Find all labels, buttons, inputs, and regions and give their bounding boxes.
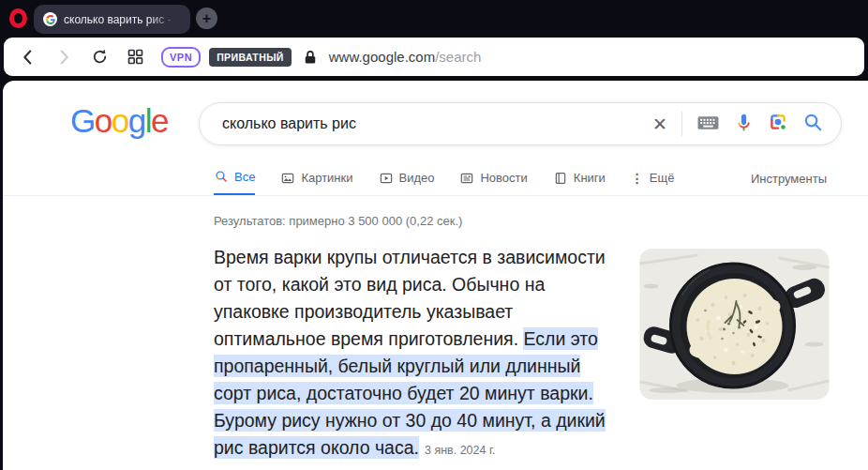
result-stats: Результатов: примерно 3 500 000 (0,22 се…: [214, 214, 462, 228]
search-box-icons: ✕: [652, 111, 841, 138]
clear-icon[interactable]: ✕: [652, 115, 667, 133]
tab-label: Все: [234, 170, 255, 184]
books-tab-icon: [553, 171, 568, 186]
keyboard-icon[interactable]: [696, 111, 720, 138]
tabs-divider: [3, 195, 868, 196]
tab-title: сколько варить рис - Пои: [64, 13, 178, 26]
tab-news[interactable]: Новости: [459, 169, 527, 196]
video-tab-icon: [379, 171, 394, 186]
tab-video[interactable]: Видео: [379, 169, 435, 196]
tab-label: Ещё: [650, 171, 675, 185]
google-logo[interactable]: Google: [70, 103, 168, 139]
tab-all[interactable]: Все: [214, 169, 255, 196]
rice-pot-image: [639, 249, 830, 400]
logo-letter: e: [151, 102, 168, 139]
search-input[interactable]: [200, 115, 652, 132]
more-dots-icon: ⋮: [631, 172, 644, 185]
tab-books[interactable]: Книги: [553, 169, 606, 196]
logo-letter: o: [112, 102, 128, 139]
tab-images[interactable]: Картинки: [280, 169, 352, 196]
voice-search-icon[interactable]: [734, 113, 754, 136]
images-tab-icon: [280, 171, 295, 186]
forward-icon[interactable]: [52, 46, 75, 68]
vpn-badge[interactable]: VPN: [161, 47, 201, 68]
search-box: ✕: [199, 102, 842, 145]
news-tab-icon: [459, 171, 474, 186]
logo-letter: o: [95, 102, 112, 139]
lock-icon[interactable]: [302, 49, 319, 66]
result-tabs: Все Картинки Видео: [214, 169, 674, 196]
reload-icon[interactable]: [88, 46, 111, 68]
logo-letter: g: [128, 102, 145, 139]
tab-label: Новости: [480, 171, 527, 185]
browser-tab[interactable]: сколько варить рис - Пои: [34, 5, 190, 34]
speed-dial-grid-icon[interactable]: [124, 46, 146, 68]
tab-label: Книги: [574, 171, 606, 185]
browser-window: сколько варить рис - Пои + VPN ПР: [0, 0, 868, 470]
tools-button[interactable]: Инструменты: [751, 172, 827, 186]
tab-more[interactable]: ⋮ Ещё: [631, 169, 675, 196]
back-icon[interactable]: [17, 46, 39, 68]
url-host: www.google.com: [329, 49, 435, 65]
tab-label: Картинки: [301, 171, 352, 185]
url-path: /search: [435, 49, 481, 65]
opera-logo-icon[interactable]: [9, 8, 27, 28]
tab-strip: сколько варить рис - Пои +: [0, 0, 868, 38]
url-text[interactable]: www.google.com/search: [329, 49, 482, 65]
private-mode-badge: ПРИВАТНЫЙ: [209, 48, 292, 67]
snippet-date: 3 янв. 2024 г.: [425, 444, 495, 457]
search-box-divider: [681, 112, 682, 136]
featured-snippet: Время варки крупы отличается в зависимос…: [214, 244, 621, 464]
search-tab-icon: [214, 169, 229, 184]
google-search-page: Google ✕: [3, 81, 868, 470]
logo-letter: G: [70, 102, 95, 139]
search-submit-icon[interactable]: [802, 112, 824, 137]
new-tab-button[interactable]: +: [196, 8, 217, 29]
google-lens-icon[interactable]: [768, 112, 788, 136]
tab-label: Видео: [399, 171, 435, 185]
google-favicon-icon: [43, 12, 57, 26]
result-thumbnail[interactable]: [639, 249, 830, 400]
address-bar: VPN ПРИВАТНЫЙ www.google.com/search: [4, 38, 864, 76]
